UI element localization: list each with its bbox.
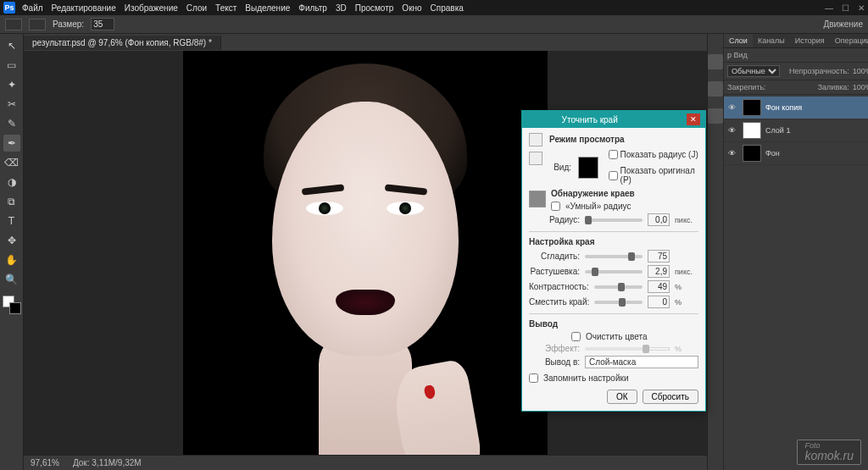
document-tab[interactable]: результат.psd @ 97,6% (Фон копия, RGB/8#… (24, 36, 221, 50)
contrast-label: Контрастность: (529, 282, 589, 291)
shift-edge-slider[interactable] (594, 301, 643, 304)
crop-tool[interactable]: ✂ (3, 96, 20, 113)
tab-history[interactable]: История (790, 34, 830, 47)
type-tool[interactable]: T (3, 213, 20, 229)
gradient-tool[interactable]: ◑ (3, 174, 20, 191)
menu-edit[interactable]: Редактирование (52, 3, 116, 13)
menu-view[interactable]: Просмотр (355, 3, 394, 13)
decontaminate-checkbox[interactable] (571, 332, 581, 341)
layer-kind-label: р Вид (727, 51, 748, 59)
layer-name[interactable]: Фон копия (765, 103, 802, 112)
dialog-close-button[interactable]: ✕ (687, 113, 700, 125)
background-swatch[interactable] (9, 302, 21, 314)
ok-button[interactable]: ОК (607, 390, 637, 404)
zoom-icon[interactable] (529, 133, 542, 147)
brush-tool[interactable]: ✒ (3, 135, 20, 152)
output-to-label: Вывод в: (529, 357, 580, 367)
layer-thumbnail[interactable] (743, 145, 761, 162)
layers-panel: Слои Каналы История Операции р Вид Обычн… (724, 34, 868, 470)
view-preview-thumb[interactable] (578, 157, 598, 179)
menu-help[interactable]: Справка (431, 3, 464, 13)
minimize-button[interactable]: — (825, 3, 833, 13)
status-zoom[interactable]: 97,61% (31, 458, 59, 467)
lasso-tool[interactable]: ✦ (3, 76, 20, 93)
brush-preset-icon[interactable] (5, 19, 22, 30)
rail-icon-1[interactable] (708, 54, 723, 69)
menu-window[interactable]: Окно (402, 3, 421, 13)
radius-value[interactable]: 0,0 (648, 213, 670, 226)
smooth-slider[interactable] (585, 255, 643, 258)
menu-layer[interactable]: Слои (186, 3, 207, 13)
eyedropper-tool[interactable]: ✎ (3, 115, 20, 132)
main-menu: Файл Редактирование Изображение Слои Тек… (22, 3, 464, 13)
px-unit-2: пикс. (675, 268, 698, 276)
tab-layers[interactable]: Слои (724, 34, 753, 47)
amount-value (648, 347, 670, 351)
show-original-checkbox[interactable] (609, 171, 618, 180)
tab-channels[interactable]: Каналы (753, 34, 790, 47)
layer-row[interactable]: Слой 1 (724, 119, 868, 142)
radius-slider[interactable] (585, 218, 643, 222)
output-to-select[interactable]: Слой-маска (585, 356, 698, 368)
menu-file[interactable]: Файл (22, 3, 43, 13)
reset-button[interactable]: Сбросить (643, 390, 698, 404)
rail-icon-3[interactable] (708, 108, 723, 124)
layer-row[interactable]: Фон (724, 142, 868, 165)
view-mode-heading: Режим просмотра (529, 135, 698, 144)
layer-row[interactable]: Фон копия (724, 97, 868, 119)
menu-select[interactable]: Выделение (245, 3, 290, 13)
marquee-tool[interactable]: ▭ (3, 57, 20, 74)
dialog-titlebar[interactable]: Уточнить край ✕ (522, 111, 705, 128)
visibility-toggle[interactable] (728, 102, 738, 113)
fill-value[interactable]: 100% (853, 83, 868, 91)
eraser-tool[interactable]: ⌫ (3, 154, 20, 171)
maximize-button[interactable]: ☐ (842, 3, 849, 13)
close-window-button[interactable]: ✕ (858, 3, 865, 13)
watermark: Foto komok.ru (797, 440, 861, 465)
hand-icon[interactable] (529, 152, 542, 165)
smart-radius-checkbox[interactable] (551, 202, 560, 211)
watermark-top: Foto (804, 442, 854, 449)
status-doc-info: Док: 3,11M/9,32M (73, 458, 142, 467)
title-bar: Ps Файл Редактирование Изображение Слои … (0, 0, 868, 15)
move-tool[interactable]: ↖ (3, 37, 20, 54)
menu-filter[interactable]: Фильтр (298, 3, 327, 13)
brush-tip-icon[interactable] (29, 19, 46, 30)
show-radius-checkbox[interactable] (609, 150, 618, 159)
layer-name[interactable]: Слой 1 (765, 126, 790, 135)
edge-detect-heading: Обнаружение краев (529, 189, 698, 198)
contrast-slider[interactable] (594, 285, 643, 289)
visibility-toggle[interactable] (728, 148, 738, 158)
layer-thumbnail[interactable] (743, 122, 761, 139)
canvas[interactable] (183, 51, 548, 455)
layer-name[interactable]: Фон (765, 149, 780, 158)
brush-size-label: Размер: (53, 19, 84, 29)
zoom-tool[interactable]: 🔍 (3, 271, 20, 288)
hand-tool[interactable]: ✋ (3, 252, 20, 268)
menu-image[interactable]: Изображение (125, 3, 178, 13)
visibility-toggle[interactable] (728, 125, 738, 135)
color-swatches[interactable] (3, 296, 21, 314)
shift-edge-value[interactable]: 0 (648, 296, 670, 308)
tab-actions[interactable]: Операции (830, 34, 868, 47)
menu-3d[interactable]: 3D (336, 3, 347, 13)
px-unit: пикс. (675, 216, 698, 224)
contrast-value[interactable]: 49 (648, 280, 670, 293)
path-tool[interactable]: ✥ (3, 232, 20, 249)
blend-mode-select[interactable]: Обычные (727, 65, 780, 77)
clone-tool[interactable]: ⧉ (3, 193, 20, 210)
amount-slider (585, 347, 643, 351)
refine-brush-icon[interactable] (529, 191, 546, 207)
workspace-label[interactable]: Движение (823, 19, 863, 29)
layer-thumbnail[interactable] (743, 99, 761, 116)
opacity-value[interactable]: 100% (853, 67, 868, 75)
smooth-value[interactable]: 75 (648, 250, 670, 263)
rail-icon-2[interactable] (708, 81, 723, 97)
brush-size-input[interactable] (91, 18, 114, 30)
show-radius-label: Показать радиус (J) (620, 150, 698, 159)
feather-slider[interactable] (585, 270, 643, 274)
smart-radius-label: «Умный» радиус (565, 202, 631, 211)
remember-settings-checkbox[interactable] (529, 373, 538, 383)
feather-value[interactable]: 2,9 (648, 265, 670, 278)
menu-text[interactable]: Текст (215, 3, 236, 13)
